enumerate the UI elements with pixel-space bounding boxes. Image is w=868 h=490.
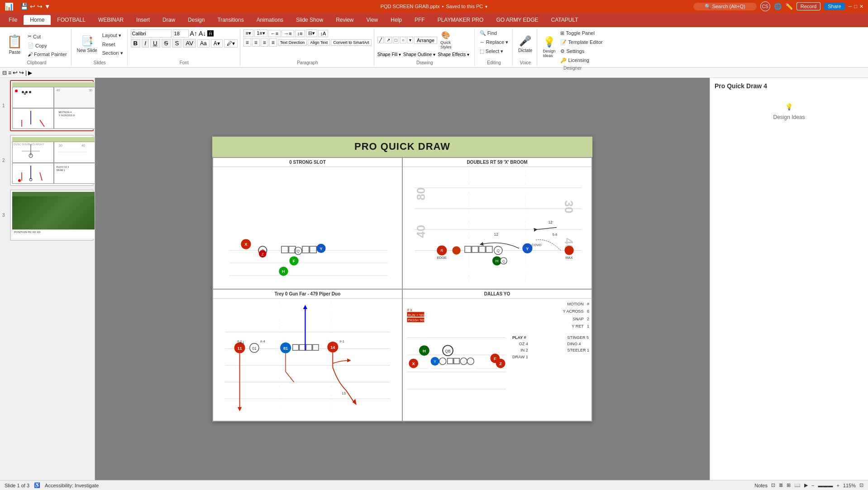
slideshow-icon[interactable]: ▶ [804,482,808,488]
align-left[interactable]: ≡ [243,38,251,47]
undo-btn[interactable]: ↩ [13,69,18,76]
tab-playmaker[interactable]: PLAYMAKER PRO [431,15,490,25]
tab-file[interactable]: File [2,15,24,25]
shape-fill-btn[interactable]: Shape Fill ▾ [377,52,401,57]
align-center[interactable]: ≡ [252,38,260,47]
normal-view-icon[interactable]: ⊡ [771,482,775,488]
shadow-button[interactable]: S [172,39,181,48]
fit-slide-icon[interactable]: ⊡ [859,482,863,488]
licensing-btn[interactable]: 🔑 Licensing [558,57,604,64]
zoom-in-icon[interactable]: + [836,483,839,488]
quick-styles-btn[interactable]: 🎨 QuickStyles [438,29,454,51]
tab-view[interactable]: View [360,15,384,25]
justify[interactable]: ≡ [269,38,277,47]
start-from-btn[interactable]: ▶ [28,70,32,76]
italic-button[interactable]: I [142,39,149,48]
tab-webinar[interactable]: WEBINAR [92,15,130,25]
bold-button[interactable]: B [131,39,141,48]
section-button[interactable]: Section ▾ [100,49,125,57]
shape-outline-btn[interactable]: Shape Outline ▾ [403,52,435,57]
font-size-input[interactable] [173,29,189,38]
notes-btn[interactable]: Notes [754,483,768,488]
increase-indent[interactable]: →≡ [281,30,294,37]
font-size-increase[interactable]: A↑ [190,30,197,37]
layout-button[interactable]: Layout ▾ [100,32,125,39]
text-direction-btn[interactable]: ↕A [318,30,329,37]
settings-btn[interactable]: ⚙ Settings [558,48,604,55]
dictate-btn[interactable]: 🎤 Dictate [516,34,534,54]
outline-view-icon[interactable]: ≣ [779,482,783,488]
decrease-indent[interactable]: ←≡ [268,30,281,37]
find-btn[interactable]: 🔍 Find [478,29,510,37]
highlight-btn[interactable]: 🖊▾ [224,39,238,48]
normal-view-btn[interactable]: ⊟ [2,70,7,76]
tab-catapult[interactable]: CATAPULT [545,15,585,25]
pen-icon[interactable]: ✏️ [785,3,793,10]
zoom-slider[interactable]: ▬▬▬ [818,483,833,488]
tab-home[interactable]: Home [24,15,51,25]
maximize-btn[interactable]: □ [854,4,857,10]
line-spacing[interactable]: ↕≡ [295,30,305,37]
numbering-btn[interactable]: 1≡▾ [254,29,267,37]
user-avatar[interactable]: CS [760,1,770,11]
underline-button[interactable]: U [150,39,160,48]
toggle-panel-btn[interactable]: ⊞ Toggle Panel [558,29,604,37]
record-button[interactable]: Record [796,2,820,10]
search-box[interactable]: 🔍 Search (Alt+Q) [693,3,757,10]
text-direction2[interactable]: Text Direction [278,39,307,46]
shape-effects-btn[interactable]: Shape Effects ▾ [438,52,469,57]
outline-btn[interactable]: ≡ [8,70,11,76]
paste-button[interactable]: 📋 Paste [5,33,25,56]
copy-button[interactable]: 📄 Copy [26,42,69,49]
design-ideas-btn[interactable]: 💡 DesignIdeas [540,35,558,59]
tab-pff[interactable]: PFF [408,15,431,25]
minimize-btn[interactable]: ─ [849,4,852,10]
redo-btn[interactable]: ↪ [19,69,24,76]
zoom-level[interactable]: 115% [843,483,856,488]
select-btn[interactable]: ⬚ Select ▾ [478,48,510,55]
clear-format[interactable]: 🅰 [207,30,214,37]
strikethrough-button[interactable]: S [162,39,171,48]
line-tool[interactable]: ╱ [377,37,384,43]
oval-tool[interactable]: ○ [400,37,406,43]
cut-button[interactable]: ✂ Cut [26,33,69,40]
bullets-btn[interactable]: ≡▾ [243,29,253,37]
tab-animations[interactable]: Animations [250,15,290,25]
font-size-decrease[interactable]: A↓ [199,30,206,37]
change-case-btn[interactable]: Aa [197,39,210,48]
align-right[interactable]: ≡ [261,38,268,47]
tab-review[interactable]: Review [329,15,360,25]
shape-more[interactable]: ▾ [407,37,413,43]
tab-insert[interactable]: Insert [130,15,156,25]
slide-1-thumb[interactable]: 40 30 MOTION # Y ACROSS 6 [10,80,94,131]
canvas-area[interactable]: PRO QUICK DRAW 0 STRONG SLOT [95,78,710,480]
arrow-tool[interactable]: ↗ [385,37,392,43]
share-button[interactable]: Share [824,3,844,10]
reading-view-icon[interactable]: 📖 [794,482,801,488]
char-spacing-button[interactable]: AV [183,39,196,48]
tab-goarmy[interactable]: GO ARMY EDGE [490,15,544,25]
template-editor-btn[interactable]: 📝 Template Editor [558,38,604,46]
reset-button[interactable]: Reset [100,41,125,48]
slide-sorter-icon[interactable]: ⊞ [787,482,791,488]
convert-smartart[interactable]: Convert to SmartArt [331,39,372,46]
globe-icon[interactable]: 🌐 [774,3,782,10]
slide-3-thumb[interactable]: POSITION PD XD XD [10,190,94,241]
tab-transitions[interactable]: Transitions [211,15,250,25]
tab-help[interactable]: Help [384,15,408,25]
replace-btn[interactable]: ↔ Replace ▾ [478,38,510,46]
new-slide-button[interactable]: 📑 New Slide [75,34,100,54]
format-painter-button[interactable]: 🖌 Format Painter [26,51,69,58]
tab-design[interactable]: Design [181,15,211,25]
tab-draw[interactable]: Draw [156,15,181,25]
columns-btn[interactable]: ⊟▾ [306,29,317,37]
tab-slideshow[interactable]: Slide Show [290,15,329,25]
zoom-out-icon[interactable]: − [811,483,814,488]
slide-2-thumb[interactable]: DVSC DOUBLES RIGHT 30 40 [10,135,94,186]
rect-tool[interactable]: □ [393,37,399,43]
dropdown-arrow[interactable]: ▾ [485,4,487,9]
font-color-btn[interactable]: A▾ [211,39,223,48]
arrange-btn[interactable]: Arrange [414,37,437,44]
align-text-btn[interactable]: Align Text [308,39,330,46]
font-family-input[interactable] [131,29,172,38]
